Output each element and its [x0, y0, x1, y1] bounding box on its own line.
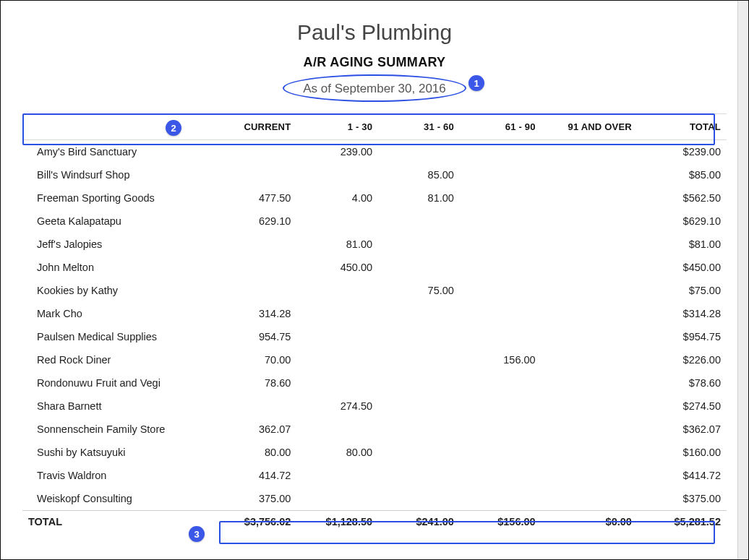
amount-cell: $239.00 [638, 140, 727, 164]
customer-name-cell: Bill's Windsurf Shop [22, 163, 215, 186]
table-row[interactable]: Amy's Bird Sanctuary239.00$239.00 [22, 140, 727, 164]
table-row[interactable]: Kookies by Kathy75.00$75.00 [22, 279, 727, 302]
col-header-91-over: 91 AND OVER [542, 114, 638, 140]
customer-name-cell: Shara Barnett [22, 395, 215, 418]
amount-cell [378, 256, 460, 279]
amount-cell [542, 210, 638, 233]
amount-cell [378, 418, 460, 441]
annotation-oval [283, 74, 466, 102]
aging-table: CURRENT 1 - 30 31 - 60 61 - 90 91 AND OV… [22, 113, 727, 533]
amount-cell [542, 140, 638, 164]
amount-cell [296, 302, 378, 325]
amount-cell [460, 395, 542, 418]
amount-cell: $629.10 [638, 210, 727, 233]
amount-cell [542, 186, 638, 210]
customer-name-cell: Paulsen Medical Supplies [22, 325, 215, 348]
table-row[interactable]: Weiskopf Consulting375.00$375.00 [22, 487, 727, 511]
table-row[interactable]: Bill's Windsurf Shop85.00$85.00 [22, 163, 727, 186]
amount-cell: 85.00 [378, 163, 460, 186]
amount-cell [296, 418, 378, 441]
amount-cell [215, 279, 297, 302]
table-row[interactable]: Rondonuwu Fruit and Vegi78.60$78.60 [22, 371, 727, 395]
amount-cell [460, 140, 542, 164]
amount-cell [378, 140, 460, 164]
col-header-61-90: 61 - 90 [460, 114, 542, 140]
customer-name-cell: Travis Waldron [22, 464, 215, 487]
col-header-1-30: 1 - 30 [296, 114, 378, 140]
total-amount-cell: $1,128.50 [296, 511, 378, 533]
report-title: A/R AGING SUMMARY [22, 55, 727, 70]
customer-name-cell: Kookies by Kathy [22, 279, 215, 302]
amount-cell [542, 371, 638, 395]
table-row[interactable]: Geeta Kalapatapu629.10$629.10 [22, 210, 727, 233]
amount-cell [296, 348, 378, 371]
table-row[interactable]: Sonnenschein Family Store362.07$362.07 [22, 418, 727, 441]
amount-cell [542, 464, 638, 487]
amount-cell: 70.00 [215, 348, 297, 371]
amount-cell: 629.10 [215, 210, 297, 233]
table-row[interactable]: Paulsen Medical Supplies954.75$954.75 [22, 325, 727, 348]
customer-name-cell: Red Rock Diner [22, 348, 215, 371]
col-header-current: CURRENT [215, 114, 297, 140]
customer-name-cell: Geeta Kalapatapu [22, 210, 215, 233]
total-amount-cell: $3,756.02 [215, 511, 297, 533]
amount-cell: $375.00 [638, 487, 727, 511]
table-row[interactable]: Red Rock Diner70.00156.00$226.00 [22, 348, 727, 371]
amount-cell [460, 279, 542, 302]
total-amount-cell: $0.00 [542, 511, 638, 533]
amount-cell [378, 233, 460, 256]
amount-cell: 75.00 [378, 279, 460, 302]
amount-cell: $562.50 [638, 186, 727, 210]
amount-cell: 81.00 [378, 186, 460, 210]
table-row[interactable]: Freeman Sporting Goods477.504.0081.00$56… [22, 186, 727, 210]
amount-cell [460, 371, 542, 395]
amount-cell [296, 464, 378, 487]
customer-name-cell: Rondonuwu Fruit and Vegi [22, 371, 215, 395]
table-row[interactable]: Jeff's Jalopies81.00$81.00 [22, 233, 727, 256]
amount-cell [460, 163, 542, 186]
amount-cell [542, 163, 638, 186]
amount-cell [296, 325, 378, 348]
amount-cell: $362.07 [638, 418, 727, 441]
amount-cell: 954.75 [215, 325, 297, 348]
amount-cell [542, 418, 638, 441]
amount-cell: $226.00 [638, 348, 727, 371]
amount-cell: 362.07 [215, 418, 297, 441]
callout-1: 1 [468, 75, 484, 91]
amount-cell: $414.72 [638, 464, 727, 487]
amount-cell: 78.60 [215, 371, 297, 395]
amount-cell [215, 395, 297, 418]
amount-cell [296, 487, 378, 511]
amount-cell: 274.50 [296, 395, 378, 418]
total-amount-cell: $156.00 [460, 511, 542, 533]
table-row[interactable]: Travis Waldron414.72$414.72 [22, 464, 727, 487]
table-row[interactable]: Mark Cho314.28$314.28 [22, 302, 727, 325]
amount-cell: 4.00 [296, 186, 378, 210]
table-row[interactable]: Sushi by Katsuyuki80.0080.00$160.00 [22, 441, 727, 464]
amount-cell: 80.00 [215, 441, 297, 464]
amount-cell [378, 487, 460, 511]
total-amount-cell: $241.00 [378, 511, 460, 533]
customer-name-cell: Sushi by Katsuyuki [22, 441, 215, 464]
amount-cell [542, 441, 638, 464]
amount-cell [378, 395, 460, 418]
amount-cell [542, 233, 638, 256]
customer-name-cell: John Melton [22, 256, 215, 279]
table-row[interactable]: John Melton450.00$450.00 [22, 256, 727, 279]
company-name: Paul's Plumbing [22, 20, 727, 45]
customer-name-cell: Sonnenschein Family Store [22, 418, 215, 441]
amount-cell: $160.00 [638, 441, 727, 464]
amount-cell [460, 325, 542, 348]
table-row[interactable]: Shara Barnett274.50$274.50 [22, 395, 727, 418]
amount-cell [215, 256, 297, 279]
report-page: Paul's Plumbing A/R AGING SUMMARY As of … [0, 0, 749, 560]
amount-cell [542, 395, 638, 418]
amount-cell [460, 256, 542, 279]
callout-2: 2 [166, 120, 181, 136]
amount-cell: $75.00 [638, 279, 727, 302]
amount-cell [542, 256, 638, 279]
amount-cell [542, 487, 638, 511]
amount-cell [460, 186, 542, 210]
scrollbar-track[interactable] [737, 1, 748, 559]
customer-name-cell: Freeman Sporting Goods [22, 186, 215, 210]
